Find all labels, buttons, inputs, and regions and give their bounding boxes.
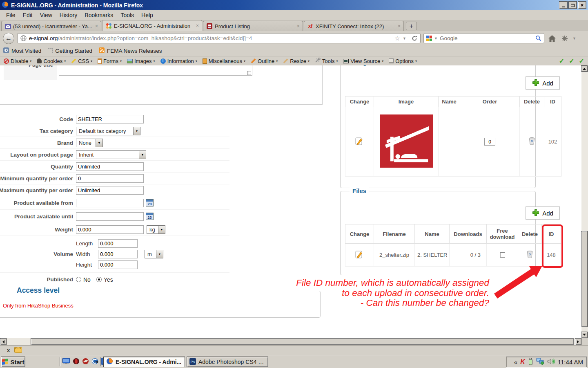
tax-category-select[interactable]: Default tax category▼ (76, 127, 140, 135)
available-until-input[interactable] (76, 212, 144, 221)
quick-launch-overflow[interactable]: » (95, 358, 98, 365)
volume-icon[interactable] (547, 358, 555, 366)
length-input[interactable] (98, 239, 138, 248)
order-input[interactable] (484, 138, 495, 146)
dev-view-source[interactable]: View Source▾ (341, 58, 385, 64)
show-desktop-icon[interactable] (62, 358, 70, 366)
layout-select[interactable]: Inherit▼ (76, 150, 146, 159)
dev-miscellaneous[interactable]: Miscellaneous▾ (200, 58, 247, 64)
bookmark-getting-started[interactable]: Getting Started (48, 48, 92, 54)
vertical-scrollbar[interactable] (581, 65, 588, 338)
published-yes-radio[interactable] (96, 277, 102, 282)
horizontal-scrollbar[interactable] (0, 338, 581, 345)
trash-icon[interactable] (529, 137, 535, 146)
bookmark-fema-news[interactable]: FEMA News Releases (99, 47, 162, 54)
files-add-button[interactable]: Add (526, 206, 560, 220)
url-dropdown-icon[interactable]: ▼ (403, 36, 406, 40)
power-icon[interactable] (528, 358, 533, 366)
search-engine-dropdown-icon[interactable]: ▼ (434, 36, 438, 40)
tab-yahoo-mail[interactable]: (53 unread) - icarustraveler - Ya... × (1, 21, 101, 31)
close-button[interactable]: × (578, 1, 586, 9)
menu-tools[interactable]: Tools (117, 11, 138, 19)
network-icon[interactable] (536, 358, 544, 366)
dev-outline[interactable]: Outline▾ (249, 58, 280, 64)
ql-opera-icon[interactable] (73, 358, 80, 366)
trash-icon[interactable] (527, 251, 533, 259)
menu-view[interactable]: View (36, 11, 56, 19)
tab-close-icon[interactable]: × (196, 23, 199, 29)
weight-unit-select[interactable]: kg▼ (147, 225, 165, 234)
menu-file[interactable]: File (2, 11, 19, 19)
check-icon[interactable]: ✓ (569, 57, 574, 65)
minimize-button[interactable] (559, 1, 568, 9)
shelter-product-image[interactable] (380, 114, 433, 169)
dev-css[interactable]: CSS▾ (69, 58, 94, 64)
page-title-input[interactable] (59, 65, 252, 76)
clock[interactable]: 11:44 AM (558, 359, 583, 366)
bookmark-most-visited[interactable]: Most Visited (3, 47, 41, 54)
reload-icon[interactable] (412, 36, 417, 41)
volume-unit-select[interactable]: m▼ (145, 250, 163, 258)
ql-shockwave-icon[interactable] (82, 358, 89, 366)
quantity-input[interactable] (76, 162, 144, 171)
scroll-up-button[interactable] (581, 65, 588, 72)
dev-cookies[interactable]: Cookies▾ (35, 58, 68, 64)
calendar-icon[interactable]: 23 (146, 213, 154, 220)
code-input[interactable] (76, 115, 144, 123)
kaspersky-icon[interactable]: K (520, 358, 525, 366)
google-logo-icon[interactable] (426, 36, 432, 41)
images-add-button[interactable]: Add (526, 76, 560, 90)
weight-input[interactable] (76, 225, 144, 234)
menu-bookmarks[interactable]: Bookmarks (81, 11, 117, 19)
dev-tools[interactable]: Tools▾ (313, 58, 340, 64)
dev-forms[interactable]: Forms▾ (96, 58, 124, 64)
dev-disable[interactable]: Disable▾ (2, 58, 33, 64)
url-bar[interactable]: e-signal.org /administrator/index.php?op… (17, 33, 421, 43)
published-no-radio[interactable] (76, 277, 81, 282)
calendar-icon[interactable]: 23 (146, 199, 154, 206)
dev-options[interactable]: Options▾ (387, 58, 419, 64)
tab-xfinity[interactable]: xf XFINITY Connect: Inbox (22) × (304, 21, 404, 31)
scroll-down-button[interactable] (581, 332, 588, 338)
width-input[interactable] (98, 250, 138, 258)
scroll-left-button[interactable] (0, 338, 7, 345)
measureit-ruler-icon[interactable] (14, 347, 22, 354)
new-tab-button[interactable]: + (406, 22, 417, 30)
search-magnifier-icon[interactable] (535, 35, 541, 41)
taskbar-button-photoshop[interactable]: Ps Adobe Photoshop CS4 - ... (187, 357, 268, 367)
edit-icon[interactable] (355, 250, 364, 260)
menu-history[interactable]: History (56, 11, 81, 19)
toolbar-dropdown-icon[interactable]: ▼ (572, 36, 576, 40)
height-input[interactable] (98, 260, 138, 269)
back-button[interactable]: ← (3, 33, 14, 44)
menu-help[interactable]: Help (138, 11, 157, 19)
start-button[interactable]: Start (1, 357, 25, 367)
search-input[interactable] (440, 35, 533, 41)
edit-icon[interactable] (355, 137, 364, 147)
addons-icon[interactable] (560, 34, 570, 43)
tab-administration[interactable]: E-SIGNAL.ORG - Administration × (102, 20, 202, 31)
addon-bar-close[interactable]: x (7, 347, 10, 353)
available-from-input[interactable] (76, 199, 144, 207)
free-download-checkbox[interactable] (500, 252, 505, 258)
dev-resize[interactable]: Resize▾ (281, 58, 312, 64)
menu-edit[interactable]: Edit (19, 11, 36, 19)
min-quantity-input[interactable] (76, 174, 144, 183)
tab-close-icon[interactable]: × (398, 23, 401, 29)
bookmark-star-icon[interactable]: ☆ (394, 34, 400, 42)
tab-product-listing[interactable]: Product Listing × (203, 21, 303, 31)
scroll-right-button[interactable] (575, 338, 581, 345)
search-bar[interactable]: ▼ (423, 33, 544, 43)
max-quantity-input[interactable] (76, 186, 144, 195)
check-icon[interactable]: ✓ (559, 57, 564, 65)
tab-close-icon[interactable]: × (297, 23, 300, 29)
dev-information[interactable]: iInformation▾ (158, 58, 199, 64)
taskbar-button-firefox[interactable]: E-SIGNAL.ORG - Admi... (103, 357, 185, 367)
brand-select[interactable]: None▼ (76, 139, 103, 147)
dev-images[interactable]: Images▾ (125, 58, 157, 64)
tab-close-icon[interactable]: × (95, 23, 98, 29)
vertical-scroll-thumb[interactable] (581, 231, 588, 327)
check-icon[interactable]: ✓ (579, 57, 584, 65)
resize-grip[interactable] (247, 71, 251, 75)
horizontal-scroll-thumb[interactable] (31, 338, 574, 345)
